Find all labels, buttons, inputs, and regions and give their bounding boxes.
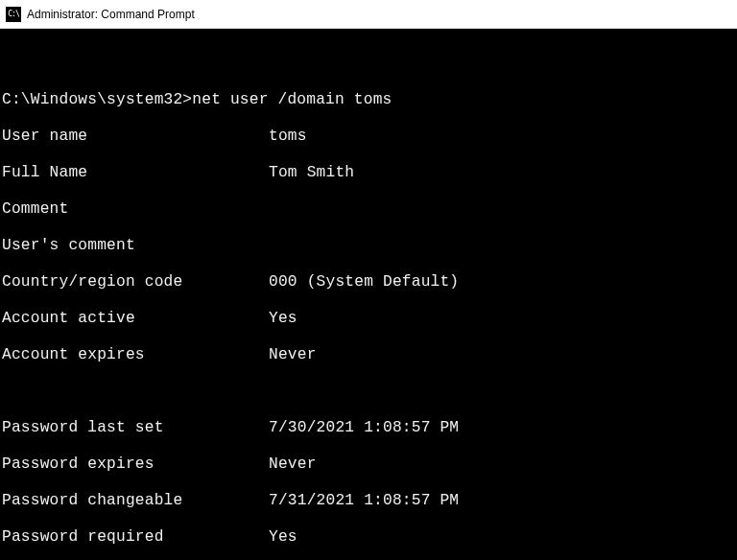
cmd-icon: C:\ bbox=[6, 7, 21, 22]
field-users-comment: User's comment bbox=[2, 237, 737, 255]
field-user-name: User nametoms bbox=[2, 128, 737, 146]
field-country-region: Country/region code000 (System Default) bbox=[2, 273, 737, 292]
prompt-path: C:\Windows\system32> bbox=[2, 91, 192, 108]
prompt-line: C:\Windows\system32>net user /domain tom… bbox=[2, 91, 737, 109]
window-titlebar[interactable]: C:\ Administrator: Command Prompt bbox=[0, 0, 737, 29]
field-account-expires: Account expiresNever bbox=[2, 346, 737, 364]
field-password-required: Password requiredYes bbox=[2, 528, 737, 547]
window-title: Administrator: Command Prompt bbox=[27, 8, 195, 21]
console-output[interactable]: C:\Windows\system32>net user /domain tom… bbox=[0, 29, 737, 560]
field-password-changeable: Password changeable7/31/2021 1:08:57 PM bbox=[2, 492, 737, 510]
field-comment: Comment bbox=[2, 200, 737, 219]
field-full-name: Full NameTom Smith bbox=[2, 164, 737, 182]
field-account-active: Account activeYes bbox=[2, 310, 737, 328]
field-password-expires: Password expiresNever bbox=[2, 455, 737, 474]
prompt-command: net user /domain toms bbox=[192, 91, 392, 108]
field-password-last-set: Password last set7/30/2021 1:08:57 PM bbox=[2, 419, 737, 437]
